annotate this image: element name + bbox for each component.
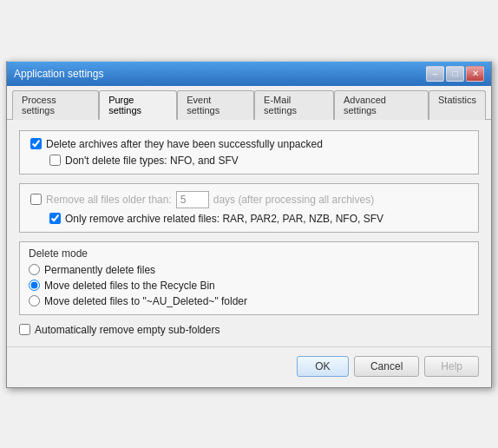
delete-archives-row: Delete archives after they have been suc…: [30, 138, 468, 150]
remove-old-files-label: Remove all files older than:: [46, 194, 172, 206]
radio-recycle[interactable]: [29, 280, 40, 291]
content-area: Delete archives after they have been suc…: [7, 120, 491, 346]
close-button[interactable]: ✕: [466, 66, 484, 82]
delete-archives-checkbox[interactable]: [30, 138, 42, 149]
footer: OK Cancel Help: [7, 346, 491, 387]
auto-remove-label: Automatically remove empty sub-folders: [35, 324, 220, 336]
minimize-button[interactable]: –: [426, 66, 444, 82]
dont-delete-types-row: Don't delete file types: NFO, and SFV: [49, 155, 468, 167]
help-button[interactable]: Help: [424, 356, 479, 377]
radio-perm-label: Permanently delete files: [44, 264, 155, 276]
dont-delete-types-label: Don't delete file types: NFO, and SFV: [65, 155, 239, 167]
remove-old-files-section: Remove all files older than: days (after…: [19, 183, 479, 233]
tab-advanced[interactable]: Advanced settings: [334, 90, 429, 120]
radio-perm-row: Permanently delete files: [29, 264, 469, 276]
days-suffix: days (after processing all archives): [213, 194, 374, 206]
delete-archives-section: Delete archives after they have been suc…: [19, 130, 479, 175]
window-title: Application settings: [14, 68, 103, 80]
delete-mode-label: Delete mode: [29, 247, 469, 260]
application-window: Application settings – □ ✕ Process setti…: [6, 61, 492, 388]
tab-event[interactable]: Event settings: [177, 90, 254, 120]
radio-recycle-label: Move deleted files to the Recycle Bin: [44, 280, 215, 292]
tab-email[interactable]: E-Mail settings: [254, 90, 334, 120]
delete-archives-label: Delete archives after they have been suc…: [46, 138, 323, 150]
title-bar-controls: – □ ✕: [426, 66, 484, 82]
radio-recycle-row: Move deleted files to the Recycle Bin: [29, 280, 469, 292]
tab-process[interactable]: Process settings: [12, 90, 99, 120]
remove-old-files-checkbox[interactable]: [30, 194, 42, 205]
only-archive-files-row: Only remove archive related files: RAR, …: [49, 213, 468, 225]
radio-folder-row: Move deleted files to "~AU_Deleted~" fol…: [29, 295, 469, 307]
maximize-button[interactable]: □: [446, 66, 464, 82]
only-archive-files-label: Only remove archive related files: RAR, …: [65, 213, 383, 225]
auto-remove-checkbox[interactable]: [19, 324, 30, 335]
tab-bar: Process settings Purge settings Event se…: [7, 86, 491, 120]
cancel-button[interactable]: Cancel: [354, 356, 419, 377]
auto-remove-row: Automatically remove empty sub-folders: [19, 324, 479, 336]
tab-purge[interactable]: Purge settings: [99, 90, 177, 120]
dont-delete-types-checkbox[interactable]: [49, 155, 61, 166]
only-archive-files-checkbox[interactable]: [49, 213, 61, 224]
days-input[interactable]: [176, 191, 209, 208]
radio-folder-label: Move deleted files to "~AU_Deleted~" fol…: [44, 295, 247, 307]
ok-button[interactable]: OK: [297, 356, 349, 377]
radio-perm[interactable]: [29, 264, 40, 275]
title-bar: Application settings – □ ✕: [7, 62, 491, 86]
delete-mode-group: Delete mode Permanently delete files Mov…: [19, 241, 479, 315]
tab-statistics[interactable]: Statistics: [429, 90, 486, 120]
radio-folder[interactable]: [29, 295, 40, 306]
remove-files-row: Remove all files older than: days (after…: [30, 191, 468, 208]
